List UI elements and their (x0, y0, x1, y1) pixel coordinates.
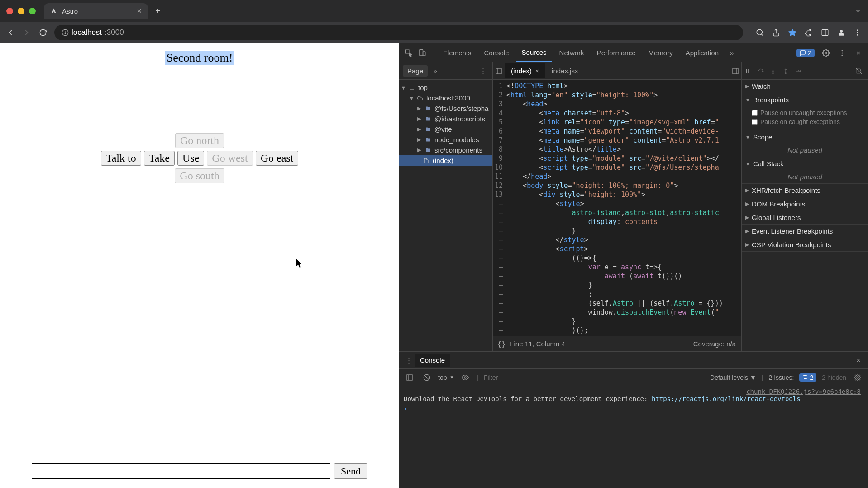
use-button[interactable]: Use (177, 151, 204, 166)
console-output[interactable]: chunk-DFKQJ226.js?v=9e6b4e8c:8 Download … (399, 386, 868, 488)
tab-sources[interactable]: Sources (516, 44, 552, 62)
panel-csp[interactable]: ▶CSP Violation Breakpoints (742, 238, 868, 251)
log-levels[interactable]: Default levels ▼ (710, 374, 756, 381)
navigator-menu-icon[interactable]: ⋮ (477, 65, 489, 77)
step-into-icon[interactable] (770, 68, 780, 74)
file-tab-index[interactable]: (index)× (505, 63, 545, 78)
tree-host[interactable]: ▼localhost:3000 (399, 93, 492, 103)
toolbar-right (755, 28, 863, 38)
panel-xhr[interactable]: ▶XHR/fetch Breakpoints (742, 184, 868, 197)
send-button[interactable]: Send (334, 463, 367, 479)
cb-pause-caught[interactable]: Pause on caught exceptions (752, 117, 864, 126)
tree-folder[interactable]: ▶node_modules (399, 134, 492, 145)
go-south-button[interactable]: Go south (175, 168, 224, 183)
new-tab-button[interactable]: + (155, 6, 161, 16)
deactivate-breakpoints-icon[interactable] (855, 68, 865, 74)
gutter: 12345678910111213–––––––––––––––––– (493, 80, 506, 336)
tree-file-index[interactable]: (index) (399, 155, 492, 166)
console-prompt[interactable]: › (404, 402, 863, 412)
pretty-print-icon[interactable]: { } (498, 340, 505, 348)
take-button[interactable]: Take (144, 151, 175, 166)
bookmark-icon[interactable] (787, 28, 797, 38)
tab-close-icon[interactable]: × (137, 7, 142, 15)
maximize-window-icon[interactable] (29, 8, 36, 14)
toggle-debugger-icon[interactable] (730, 65, 741, 77)
console-sidebar-icon[interactable] (404, 372, 415, 383)
tab-application[interactable]: Application (680, 44, 724, 61)
extensions-icon[interactable] (804, 28, 814, 38)
back-button[interactable] (5, 28, 15, 38)
navigator-more-icon[interactable]: » (429, 65, 441, 77)
step-over-icon[interactable] (757, 68, 767, 74)
panel-breakpoints[interactable]: ▼Breakpoints (742, 93, 868, 106)
clear-console-icon[interactable] (421, 372, 433, 383)
settings-icon[interactable] (820, 47, 832, 59)
console-settings-icon[interactable] (852, 372, 863, 383)
talk-to-button[interactable]: Talk to (101, 151, 141, 166)
minimize-window-icon[interactable] (18, 8, 24, 14)
panel-event[interactable]: ▶Event Listener Breakpoints (742, 225, 868, 238)
tab-console[interactable]: Console (479, 44, 515, 61)
tree-folder[interactable]: ▶src/components (399, 145, 492, 155)
tab-performance[interactable]: Performance (591, 44, 641, 61)
tree-top[interactable]: ▼top (399, 82, 492, 93)
more-tabs-icon[interactable]: » (726, 47, 738, 59)
context-selector[interactable]: top ▼ (438, 374, 454, 381)
console-toolbar: top ▼ | Default levels ▼ | 2 Issues: 2 2… (399, 369, 868, 386)
devtools-link[interactable]: https://reactjs.org/link/react-devtools (652, 395, 801, 402)
side-panel-icon[interactable] (820, 28, 830, 38)
toggle-navigator-icon[interactable] (493, 65, 505, 77)
tab-memory[interactable]: Memory (643, 44, 678, 61)
step-icon[interactable] (795, 68, 805, 74)
close-file-icon[interactable]: × (535, 67, 539, 75)
device-toggle-icon[interactable] (416, 47, 428, 59)
inspect-icon[interactable] (403, 47, 415, 59)
browser-tab[interactable]: Astro × (44, 3, 148, 19)
console-tab[interactable]: Console (415, 354, 450, 367)
file-tree[interactable]: ▼top ▼localhost:3000 ▶@fs/Users/stepha ▶… (399, 80, 492, 168)
console-menu-icon[interactable]: ⋮ (403, 354, 415, 366)
console-issues-badge[interactable]: 2 (799, 373, 816, 382)
step-out-icon[interactable] (782, 68, 792, 74)
address-bar[interactable]: localhost:3000 (54, 25, 743, 40)
tab-favicon-icon (50, 7, 57, 14)
console-filter-input[interactable] (484, 374, 705, 381)
tree-folder[interactable]: ▶@id/astro:scripts (399, 114, 492, 124)
scope-not-paused: Not paused (742, 144, 868, 157)
zoom-icon[interactable] (755, 28, 765, 38)
tab-network[interactable]: Network (554, 44, 590, 61)
issues-badge[interactable]: 2 (796, 49, 815, 57)
command-input[interactable] (32, 463, 330, 479)
panel-scope[interactable]: ▼Scope (742, 130, 868, 144)
navigator-tab-page[interactable]: Page (403, 65, 428, 77)
message-source[interactable]: chunk-DFKQJ226.js?v=9e6b4e8c:8 (404, 388, 863, 395)
forward-button[interactable] (22, 28, 32, 38)
code-editor[interactable]: 12345678910111213–––––––––––––––––– <!DO… (493, 80, 741, 336)
go-north-button[interactable]: Go north (175, 133, 224, 148)
console-close-icon[interactable]: × (853, 354, 864, 366)
file-tab-indexjsx[interactable]: index.jsx (545, 63, 584, 78)
panel-dom[interactable]: ▶DOM Breakpoints (742, 197, 868, 211)
menu-icon[interactable] (853, 28, 863, 38)
site-info-icon[interactable] (62, 29, 69, 36)
panel-callstack[interactable]: ▼Call Stack (742, 157, 868, 170)
reload-button[interactable] (38, 28, 48, 38)
tree-folder[interactable]: ▶@fs/Users/stepha (399, 103, 492, 114)
panel-watch[interactable]: ▶Watch (742, 80, 868, 93)
svg-point-33 (800, 70, 801, 71)
go-west-button[interactable]: Go west (207, 151, 253, 166)
pause-icon[interactable] (744, 68, 754, 74)
tree-folder[interactable]: ▶@vite (399, 124, 492, 134)
close-window-icon[interactable] (6, 8, 13, 14)
devtools-close-icon[interactable]: × (853, 47, 864, 59)
editor-tabs: (index)× index.jsx (493, 62, 741, 80)
tab-elements[interactable]: Elements (438, 44, 477, 61)
devtools-menu-icon[interactable] (836, 47, 848, 59)
go-east-button[interactable]: Go east (256, 151, 299, 166)
panel-global[interactable]: ▶Global Listeners (742, 211, 868, 224)
profile-icon[interactable] (836, 28, 846, 38)
tab-overflow-icon[interactable] (854, 7, 862, 14)
live-expression-icon[interactable] (459, 372, 471, 383)
share-icon[interactable] (771, 28, 781, 38)
cb-pause-uncaught[interactable]: Pause on uncaught exceptions (752, 108, 864, 117)
